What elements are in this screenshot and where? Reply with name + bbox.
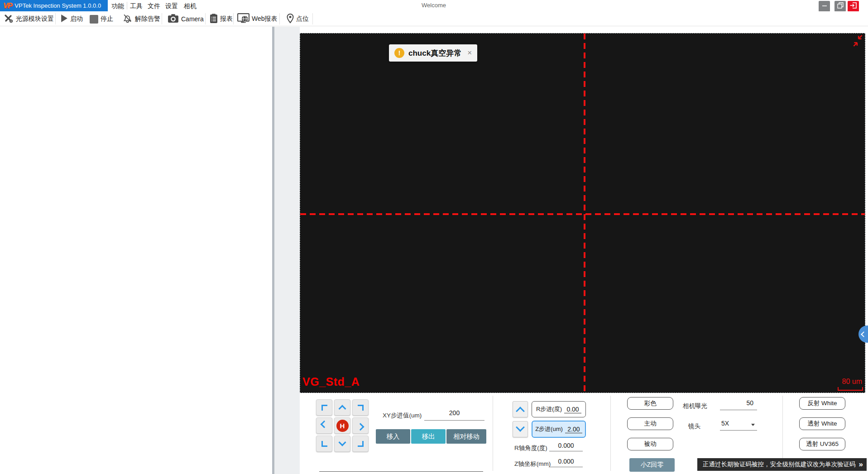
menu-tools[interactable]: 工具 xyxy=(130,2,143,10)
chevron-down-icon xyxy=(516,423,525,432)
crosshair-horizontal xyxy=(300,213,865,215)
reflect-white-button[interactable]: 反射 White xyxy=(799,397,845,410)
stop-icon xyxy=(90,15,98,24)
z-step-label: Z步进(um) xyxy=(535,425,563,433)
scale-bar-label: 80 um xyxy=(842,378,862,386)
exit-icon xyxy=(850,2,857,10)
restore-button[interactable] xyxy=(834,1,846,12)
toolbar-label: 启动 xyxy=(70,15,83,23)
double-chevron-right-icon[interactable]: » xyxy=(859,460,863,469)
toolbar-separator xyxy=(162,13,162,24)
move-up-right-button[interactable] xyxy=(352,399,369,416)
titlebar: VP VPTek Inspection System 1.0.0.0 功能 工具… xyxy=(0,0,868,11)
step-up-button[interactable] xyxy=(513,401,528,417)
stop-button[interactable]: 停止 xyxy=(90,13,113,25)
toolbar-separator xyxy=(312,13,313,24)
menu-separator xyxy=(127,2,127,10)
transmit-uv365-button[interactable]: 透射 UV365 xyxy=(799,438,845,450)
move-right-button[interactable] xyxy=(352,417,369,434)
move-left-button[interactable] xyxy=(316,417,332,434)
passive-mode-button[interactable]: 被动 xyxy=(627,438,673,450)
z-home-button[interactable]: 小Z回零 xyxy=(629,458,675,472)
chevron-left-icon xyxy=(861,331,867,337)
minimize-button[interactable] xyxy=(819,1,830,12)
corner-down-left-icon xyxy=(321,441,327,447)
report-icon xyxy=(210,14,218,25)
toolbar: 光源模块设置 启动 停止 解除告警 Camera 报表 Web报表 xyxy=(0,11,868,26)
minimize-icon xyxy=(822,2,827,10)
scale-bar xyxy=(838,387,863,391)
move-down-button[interactable] xyxy=(334,436,350,452)
position-button[interactable]: 点位 xyxy=(287,13,309,25)
start-button[interactable]: 启动 xyxy=(60,13,83,25)
r-step-value[interactable]: 0.00 xyxy=(564,406,581,413)
z-axis-input[interactable]: 0.000 xyxy=(549,458,583,467)
relative-move-button[interactable]: 相对移动 xyxy=(446,429,486,444)
r-axis-input[interactable]: 0.000 xyxy=(549,442,583,451)
app-logo: VP xyxy=(3,2,12,10)
alarm-toast: ! chuck真空异常 × xyxy=(389,44,477,62)
toolbar-label: Web报表 xyxy=(252,15,278,23)
empty-input-underline[interactable] xyxy=(319,461,483,472)
r-axis-label: R轴角度(度) xyxy=(514,444,547,452)
move-in-button[interactable]: 移入 xyxy=(376,429,410,444)
toolbar-label: Camera xyxy=(181,15,204,23)
transmit-white-button[interactable]: 透射 White xyxy=(799,417,845,430)
r-step-label: R步进(度) xyxy=(536,405,562,413)
panel-divider xyxy=(493,396,493,471)
toolbar-label: 光源模块设置 xyxy=(16,15,54,23)
z-step-value[interactable]: 2.00 xyxy=(565,426,582,433)
menu-camera[interactable]: 相机 xyxy=(184,2,197,10)
toolbar-separator xyxy=(55,13,56,24)
active-mode-button[interactable]: 主动 xyxy=(627,417,673,430)
menu-function[interactable]: 功能 xyxy=(111,2,124,10)
toolbar-label: 点位 xyxy=(296,15,309,23)
move-down-right-button[interactable] xyxy=(352,436,369,452)
dismiss-alarm-icon xyxy=(122,13,133,25)
corner-up-left-icon xyxy=(321,405,327,411)
web-report-icon xyxy=(237,13,249,25)
move-up-button[interactable] xyxy=(334,399,350,416)
toast-close-icon[interactable]: × xyxy=(467,48,472,57)
menu-settings[interactable]: 设置 xyxy=(165,2,178,10)
alarm-toast-text: chuck真空异常 xyxy=(408,48,461,58)
camera-viewport[interactable]: ! chuck真空异常 × VG_Std_A 80 um xyxy=(300,33,865,393)
exit-button[interactable] xyxy=(848,1,859,12)
move-down-left-button[interactable] xyxy=(316,436,332,452)
dropdown-caret-icon[interactable] xyxy=(751,424,755,426)
chevron-up-icon xyxy=(339,405,346,412)
exposure-input[interactable]: 50 xyxy=(720,399,757,410)
home-button[interactable]: H xyxy=(334,417,350,434)
xy-step-input[interactable]: 200 xyxy=(424,409,484,421)
welcome-text: Welcome xyxy=(407,2,461,9)
toolbar-label: 报表 xyxy=(220,15,233,23)
step-down-button[interactable] xyxy=(513,421,528,437)
chevron-left-icon xyxy=(321,421,328,428)
left-blank-panel xyxy=(0,27,272,474)
light-module-settings-button[interactable]: 光源模块设置 xyxy=(4,13,54,25)
z-step-field[interactable]: Z步进(um) 2.00 xyxy=(532,421,586,438)
menu-file[interactable]: 文件 xyxy=(148,2,160,10)
sample-name-label: VG_Std_A xyxy=(302,375,360,388)
toolbar-separator xyxy=(205,13,206,24)
warning-icon: ! xyxy=(394,48,404,58)
collapse-view-icon[interactable] xyxy=(852,34,863,49)
color-mode-button[interactable]: 彩色 xyxy=(627,397,673,410)
toolbar-separator xyxy=(233,13,234,24)
view-mode-strip xyxy=(274,27,300,474)
r-step-field[interactable]: R步进(度) 0.00 xyxy=(532,401,586,417)
move-out-button[interactable]: 移出 xyxy=(411,429,446,444)
lens-label: 镜头 xyxy=(688,422,700,431)
position-pin-icon xyxy=(287,14,294,25)
corner-up-right-icon xyxy=(358,405,364,411)
xy-step-label: XY步进值(um) xyxy=(383,412,422,420)
toolbar-label: 解除告警 xyxy=(135,15,160,23)
dismiss-alarm-button[interactable]: 解除告警 xyxy=(122,13,160,25)
restore-icon xyxy=(837,2,844,10)
move-up-left-button[interactable] xyxy=(316,399,332,416)
camera-button[interactable]: Camera xyxy=(168,13,204,25)
web-report-button[interactable]: Web报表 xyxy=(237,13,278,25)
chevron-up-icon xyxy=(516,407,525,416)
app-window: VP VPTek Inspection System 1.0.0.0 功能 工具… xyxy=(0,0,868,474)
report-button[interactable]: 报表 xyxy=(210,13,233,25)
